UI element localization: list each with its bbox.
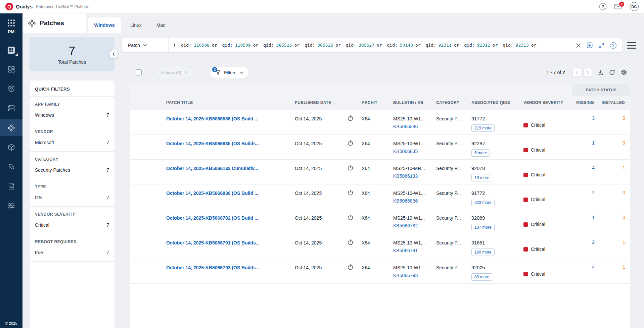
missing-count-link[interactable]: 3 <box>572 110 596 134</box>
missing-count-link[interactable]: 1 <box>572 135 596 159</box>
kb-link[interactable]: KB5066793 <box>393 272 434 279</box>
missing-count-link[interactable]: 2 <box>572 184 596 209</box>
patch-title-link[interactable]: October 14, 2025-KB5066586 (OS Build ... <box>166 110 295 134</box>
kb-link[interactable]: KB5066782 <box>393 223 434 229</box>
menu-button[interactable] <box>627 42 636 49</box>
quick-filter-item[interactable]: Critical 7 <box>35 222 109 228</box>
sidebar-item-jobs[interactable] <box>0 158 22 175</box>
qid-more-badge[interactable]: 160 more <box>471 249 495 256</box>
sidebar-item-patches[interactable] <box>0 119 22 136</box>
sidebar-item-reports[interactable] <box>0 178 22 195</box>
quick-filter-item[interactable]: Microsoft 7 <box>35 140 109 145</box>
kb-link[interactable]: KB5066835 <box>393 148 434 155</box>
installed-count-link[interactable]: 0 <box>596 110 630 134</box>
missing-count-link[interactable]: 4 <box>572 259 596 283</box>
query-field: qid: <box>425 43 436 48</box>
installed-count-link[interactable]: 0 <box>596 184 630 209</box>
kb-link[interactable]: KB5066133 <box>393 173 434 179</box>
missing-count-link[interactable]: 1 <box>572 209 596 234</box>
expand-search-button[interactable] <box>598 42 604 48</box>
kb-link[interactable]: KB5066791 <box>393 248 434 254</box>
table-row[interactable]: October 14, 2025-KB5066835 (OS Builds...… <box>130 135 630 160</box>
table-row[interactable]: October 14, 2025-KB5066836 (OS Build ...… <box>130 184 630 209</box>
select-all-checkbox[interactable] <box>136 69 142 75</box>
search-query-input[interactable]: ( qid:110508or qid:110509or qid:385525or… <box>169 38 576 52</box>
sidebar-item-assets[interactable] <box>0 100 22 117</box>
column-header-severity[interactable]: VENDOR SEVERITY <box>521 100 572 105</box>
patch-title-link[interactable]: October 14, 2025-KB5066836 (OS Build ... <box>166 184 295 209</box>
installed-count-link[interactable]: 1 <box>596 234 630 259</box>
patch-title-link[interactable]: October 14, 2025-KB5066133 Cumulativ... <box>166 160 295 184</box>
tab-linux[interactable]: Linux <box>126 17 146 33</box>
query-operator: or <box>531 43 537 48</box>
table-row[interactable]: October 14, 2025-KB5066793 (OS Builds...… <box>130 259 630 284</box>
associated-qids-cell: 92287 5 more <box>469 135 521 159</box>
kb-link[interactable]: KB5066836 <box>393 198 434 204</box>
qid-more-badge[interactable]: 89 more <box>471 273 492 281</box>
category: Security P... <box>434 160 469 184</box>
severity-color-chip <box>523 222 528 227</box>
published-date: Oct 14, 2025 <box>295 160 347 184</box>
sidebar-item-deployment[interactable] <box>0 139 22 156</box>
column-header-category[interactable]: CATEGORY <box>434 100 469 105</box>
sidebar-item-configuration[interactable] <box>0 197 22 214</box>
missing-count-link[interactable]: 4 <box>572 160 596 184</box>
qid-more-badge[interactable]: 323 more <box>471 199 495 206</box>
missing-count-link[interactable]: 2 <box>572 234 596 259</box>
settings-button[interactable] <box>620 69 627 76</box>
table-row[interactable]: October 14, 2025-KB5066133 Cumulativ... … <box>130 160 630 184</box>
actions-button[interactable]: Actions (0) <box>155 67 193 78</box>
sidebar-item-dashboard[interactable] <box>0 61 22 78</box>
quick-filter-item[interactable]: OS 7 <box>35 195 109 200</box>
qid-more-badge[interactable]: 5 more <box>471 149 490 157</box>
column-header-bulletin[interactable]: BULLETIN / KB <box>393 100 434 105</box>
column-header-installed[interactable]: INSTALLED <box>596 100 630 105</box>
architecture: X64 <box>362 234 393 259</box>
patch-title-link[interactable]: October 14, 2025-KB5066793 (OS Builds... <box>166 259 295 283</box>
qid-more-badge[interactable]: 137 more <box>471 224 495 231</box>
table-row[interactable]: October 14, 2025-KB5066782 (OS Build ...… <box>130 209 630 234</box>
search-help-button[interactable]: ? <box>610 42 616 49</box>
patch-title-link[interactable]: October 14, 2025-KB5066835 (OS Builds... <box>166 135 295 159</box>
refresh-button[interactable] <box>609 69 615 76</box>
query-value: 385525 <box>276 43 292 48</box>
app-switcher-icon[interactable] <box>8 19 15 26</box>
column-header-date[interactable]: PUBLISHED DATE ↓ <box>295 100 347 105</box>
quick-filter-group: CATEGORY Security Patches 7 <box>30 152 114 179</box>
save-query-button[interactable] <box>587 42 593 48</box>
column-header-missing[interactable]: MISSING <box>572 100 596 105</box>
patch-title-link[interactable]: October 14, 2025-KB5066782 (OS Build ... <box>166 209 295 234</box>
sidebar-item-modules[interactable] <box>0 42 22 58</box>
quick-filter-item[interactable]: Security Patches 7 <box>35 167 109 173</box>
architecture: X64 <box>362 259 393 283</box>
previous-page-button[interactable] <box>572 68 581 77</box>
qid-more-badge[interactable]: 219 more <box>471 124 495 132</box>
table-row[interactable]: October 14, 2025-KB5066586 (OS Build ...… <box>130 110 630 135</box>
quick-filter-item[interactable]: true 7 <box>35 250 109 255</box>
installed-count-link[interactable]: 0 <box>596 135 630 159</box>
tab-windows[interactable]: Windows <box>88 17 121 33</box>
filters-button[interactable]: 2 Filters <box>210 67 249 78</box>
quick-filter-item[interactable]: Windows 7 <box>35 112 109 118</box>
qid-more-badge[interactable]: 19 more <box>471 174 492 181</box>
patch-title-link[interactable]: October 14, 2025-KB5066791 (OS Builds... <box>166 234 295 259</box>
column-header-qids[interactable]: ASSOCIATED QIDS <box>469 100 521 105</box>
next-page-button[interactable] <box>583 68 592 77</box>
sidebar-item-policies[interactable] <box>0 80 22 97</box>
column-header-arch[interactable]: ARCHIT <box>362 100 393 105</box>
search-scope-dropdown[interactable]: Patch <box>122 43 168 48</box>
table-row[interactable]: October 14, 2025-KB5066791 (OS Builds...… <box>130 234 630 259</box>
kb-link[interactable]: KB5066586 <box>393 123 434 130</box>
download-button[interactable] <box>597 69 604 76</box>
user-menu[interactable]: DC <box>630 2 639 11</box>
installed-count-link[interactable]: 1 <box>596 160 630 184</box>
column-header-title[interactable]: PATCH TITLE <box>166 100 295 105</box>
help-button[interactable]: ? <box>599 3 606 10</box>
installed-count-link[interactable]: 0 <box>596 209 630 234</box>
notifications-button[interactable]: 2 <box>614 4 622 9</box>
tab-mac[interactable]: Mac <box>150 17 171 33</box>
collapse-panel-button[interactable] <box>109 50 118 59</box>
clear-search-button[interactable] <box>576 43 581 48</box>
installed-count-link[interactable]: 1 <box>596 259 630 283</box>
bulletin-id: MS25-10-W1... <box>393 141 434 147</box>
